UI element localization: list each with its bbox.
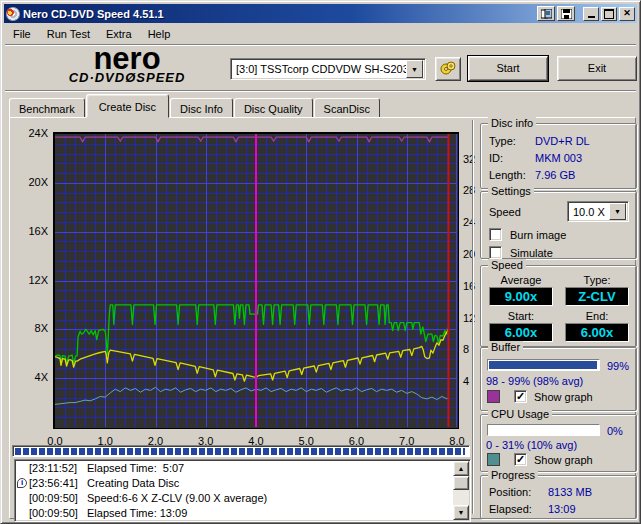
eject-disc-icon (439, 61, 457, 77)
speed-end-display: 6.00x (565, 323, 629, 342)
log-entry: i[23:56:41]Creating Data Disc (15, 476, 470, 490)
close-button[interactable]: ✕ (619, 7, 635, 21)
speed-title: Speed (488, 259, 526, 271)
menu-item-file[interactable]: File (5, 26, 39, 42)
disc-id-value: MKM 003 (535, 152, 582, 164)
axis-tick-label: 24X (10, 127, 48, 139)
window-title: Nero CD-DVD Speed 4.51.1 (23, 8, 535, 20)
speed-average-display: 9.00x (489, 287, 553, 306)
tabstrip: BenchmarkCreate DiscDisc InfoDisc Qualit… (9, 94, 381, 118)
axis-tick-label: 8X (10, 322, 48, 334)
speed-select-label: Speed (489, 206, 521, 218)
drive-select[interactable]: [3:0] TSSTcorp CDDVDW SH-S203B SB00 ▼ (230, 58, 426, 80)
buffer-show-graph-checkbox[interactable]: ✓ (514, 390, 527, 403)
tab-benchmark[interactable]: Benchmark (9, 98, 85, 118)
start-button[interactable]: Start (468, 56, 548, 81)
series-transfer-rate (55, 329, 449, 382)
tab-disc-info[interactable]: Disc Info (170, 98, 233, 118)
progress-position-label: Position: (489, 486, 531, 498)
disc-type-value: DVD+R DL (535, 135, 590, 147)
overall-progress-bar (12, 445, 470, 457)
drive-select-arrow-button[interactable]: ▼ (406, 60, 423, 78)
log-timestamp: [23:56:41] (29, 476, 87, 490)
speed-select-arrow-button[interactable]: ▼ (609, 203, 626, 220)
burn-image-checkbox[interactable] (489, 228, 502, 241)
save-icon (561, 9, 572, 19)
disc-length-value: 7.96 GB (535, 169, 575, 181)
log-entry: [00:09:50]Elapsed Time: 13:09 (15, 506, 470, 520)
speed-chart (53, 132, 459, 429)
panel-divider (472, 120, 474, 514)
log-timestamp: [00:09:50] (29, 491, 87, 505)
log-timestamp: [00:09:50] (29, 506, 87, 520)
logo-text-nero: nero (29, 45, 225, 72)
speed-select[interactable]: 10.0 X ▼ (567, 201, 629, 222)
app-icon (6, 7, 20, 21)
logo-text-cddvdspeed: CD·DVDØSPEED (29, 70, 225, 85)
axis-tick-label: 12X (10, 274, 48, 286)
tab-disc-quality[interactable]: Disc Quality (234, 98, 313, 118)
menu-item-run-test[interactable]: Run Test (39, 26, 98, 42)
speed-average-label: Average (489, 274, 553, 286)
cpu-title: CPU Usage (488, 408, 552, 420)
log-timestamp: [23:11:52] (29, 461, 87, 475)
scrollbar-thumb[interactable] (453, 476, 469, 490)
buffer-bar (487, 359, 600, 371)
report-icon (541, 9, 552, 19)
disc-length-label: Length: (489, 169, 526, 181)
buffer-color-swatch (487, 390, 500, 403)
progress-elapsed-label: Elapsed: (489, 503, 532, 515)
speed-start-display: 6.00x (489, 323, 553, 342)
menu-item-help[interactable]: Help (140, 26, 179, 42)
cpu-color-swatch (487, 453, 500, 466)
status-log[interactable]: [23:11:52]Elapsed Time: 5:07i[23:56:41]C… (14, 459, 471, 522)
speed-select-value: 10.0 X (568, 206, 609, 218)
tab-create-disc[interactable]: Create Disc (86, 94, 169, 118)
titlebar-report-button[interactable] (537, 6, 555, 21)
log-scrollbar[interactable]: ▲ ▼ (453, 461, 469, 520)
close-icon: ✕ (623, 9, 631, 18)
scroll-up-icon: ▲ (458, 465, 465, 472)
titlebar-save-button[interactable] (557, 6, 575, 21)
tab-scandisc[interactable]: ScanDisc (314, 98, 380, 118)
separator (5, 90, 636, 92)
speed-start-label: Start: (489, 310, 553, 322)
buffer-show-graph-label: Show graph (534, 391, 593, 403)
nero-logo: nero CD·DVDØSPEED (29, 45, 225, 85)
info-balloon-icon: i (17, 478, 27, 488)
eject-button[interactable] (435, 57, 461, 81)
maximize-button[interactable] (601, 7, 617, 21)
cpu-show-graph-label: Show graph (534, 454, 593, 466)
series-cpu-usage (55, 387, 449, 404)
disc-id-label: ID: (489, 152, 503, 164)
cpu-percent: 0% (607, 425, 623, 437)
simulate-label: Simulate (510, 247, 553, 259)
app-window: Nero CD-DVD Speed 4.51.1 ✕ FileRun TestE… (0, 0, 641, 524)
chevron-down-icon: ▼ (411, 66, 418, 73)
simulate-checkbox[interactable] (489, 246, 502, 259)
exit-button[interactable]: Exit (557, 56, 637, 81)
axis-tick-label: 4X (10, 371, 48, 383)
progress-title: Progress (488, 469, 538, 481)
log-entry: [23:11:52]Elapsed Time: 5:07 (15, 461, 470, 475)
cpu-group: CPU Usage 0% 0 - 31% (10% avg) ✓ Show gr… (480, 414, 637, 472)
buffer-range: 98 - 99% (98% avg) (486, 375, 583, 387)
scroll-up-button[interactable]: ▲ (453, 461, 469, 476)
axis-tick-label: 16X (10, 225, 48, 237)
settings-group: Settings Speed 10.0 X ▼ Burn image Simul… (480, 191, 637, 259)
menu-item-extra[interactable]: Extra (98, 26, 140, 42)
cpu-range: 0 - 31% (10% avg) (486, 439, 577, 451)
log-message: Elapsed Time: 5:07 (87, 461, 470, 475)
disc-info-title: Disc info (488, 117, 536, 129)
cpu-show-graph-checkbox[interactable]: ✓ (514, 453, 527, 466)
progress-elapsed-value: 13:09 (548, 503, 576, 515)
scroll-down-button[interactable]: ▼ (453, 505, 469, 520)
minimize-button[interactable] (583, 7, 599, 21)
log-message: Elapsed Time: 13:09 (87, 506, 470, 520)
speed-type-display: Z-CLV (565, 287, 629, 306)
overall-progress-fill (15, 448, 465, 455)
series-buffer-level (55, 137, 449, 142)
buffer-title: Buffer (488, 341, 523, 353)
buffer-group: Buffer 99% 98 - 99% (98% avg) ✓ Show gra… (480, 347, 637, 411)
progress-position-value: 8133 MB (548, 486, 592, 498)
